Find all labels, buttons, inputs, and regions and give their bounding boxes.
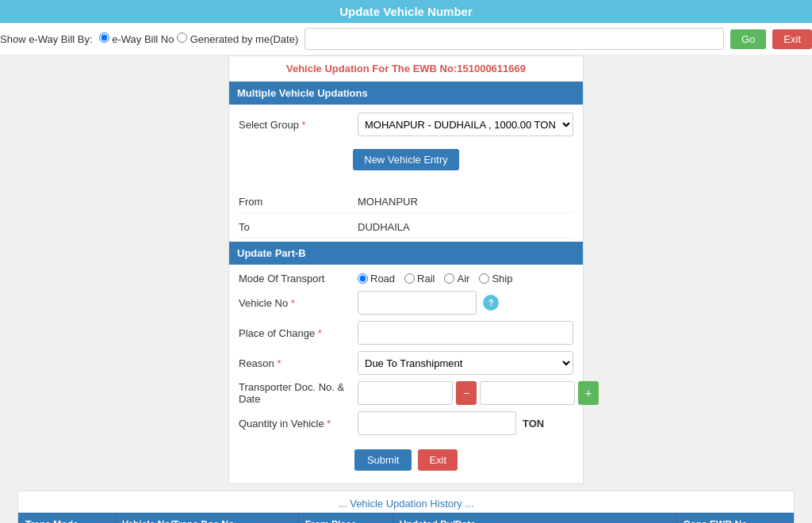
to-value: DUDHAILA (358, 221, 410, 233)
col-trans-mode: Trans Mode (19, 513, 116, 524)
reason-row: Reason * Due To Transhipment (239, 351, 573, 375)
eway-radio-group: e-Way Bill No Generated by me(Date) (99, 32, 299, 45)
vehicle-no-input[interactable]: UP56DF4545 (358, 291, 477, 315)
quantity-row: Quantity in Vehicle * 200 TON (239, 411, 573, 435)
vehicle-no-label: Vehicle No * (239, 297, 358, 309)
from-label: From (239, 196, 358, 208)
radio-generated-by-me[interactable] (177, 32, 187, 43)
transporter-doc-label: Transporter Doc. No. & Date (239, 381, 358, 405)
transporter-date-input[interactable]: 04/06/2018 (480, 381, 575, 405)
place-of-change-input[interactable]: MOHANPUR (358, 321, 573, 345)
radio-rail[interactable] (404, 273, 415, 284)
go-button[interactable]: Go (730, 29, 766, 49)
quantity-label: Quantity in Vehicle * (239, 418, 358, 429)
col-cons-ewb: Cons.EWB No. (676, 513, 793, 524)
mode-ship-option[interactable]: Ship (479, 273, 512, 284)
radio-eway-bill-no[interactable] (99, 32, 109, 43)
mode-transport-label: Mode Of Transport (239, 273, 358, 284)
transporter-doc-input-group: − 04/06/2018 + (358, 381, 599, 405)
place-of-change-label: Place of Change * (239, 327, 358, 339)
main-card: Vehicle Updation For The EWB No:15100061… (228, 55, 584, 484)
page-wrapper: Update Vehicle Number Show e-Way Bill By… (0, 0, 812, 523)
center-wrapper: Vehicle Updation For The EWB No:15100061… (0, 55, 812, 523)
history-table-header: Trans Mode Vehicle No/Trans Doc No From … (19, 513, 794, 524)
quantity-input-group: 200 TON (358, 411, 544, 435)
vehicle-history-section: ... Vehicle Updation History ... Trans M… (17, 491, 795, 523)
update-partb-header: Update Part-B (229, 242, 583, 265)
eway-bill-section: Show e-Way Bill By: e-Way Bill No Genera… (0, 23, 812, 55)
multiple-vehicle-header: Multiple Vehicle Updations (229, 82, 583, 105)
ton-label: TON (523, 418, 544, 429)
history-title: ... Vehicle Updation History ... (18, 491, 794, 513)
exit-button-form[interactable]: Exit (418, 449, 458, 471)
to-label: To (239, 221, 358, 233)
select-group-dropdown[interactable]: MOHANPUR - DUDHAILA , 1000.00 TON (358, 113, 573, 136)
from-to-section: From MOHANPUR To DUDHAILA (229, 191, 583, 239)
transporter-doc-row: Transporter Doc. No. & Date − 04/06/2018… (239, 381, 573, 405)
quantity-input[interactable]: 200 (358, 411, 516, 435)
col-from-place: From Place (298, 513, 393, 524)
history-table: Trans Mode Vehicle No/Trans Doc No From … (18, 513, 794, 523)
new-vehicle-entry-button[interactable]: New Vehicle Entry (353, 149, 459, 170)
place-of-change-row: Place of Change * MOHANPUR (239, 321, 573, 345)
page-title: Update Vehicle Number (0, 0, 812, 23)
radio-eway-label: e-Way Bill No (112, 33, 174, 45)
reason-label: Reason * (239, 357, 358, 369)
transporter-doc-input[interactable] (358, 381, 453, 405)
radio-air[interactable] (444, 273, 454, 284)
mode-transport-radios: Road Rail Air Ship (358, 273, 512, 284)
update-partb-section: Mode Of Transport Road Rail Air (229, 265, 583, 483)
from-value: MOHANPUR (358, 196, 418, 208)
plus-button[interactable]: + (578, 381, 599, 405)
from-row: From MOHANPUR (239, 191, 573, 213)
help-icon[interactable]: ? (483, 295, 499, 311)
mode-road-option[interactable]: Road (358, 273, 395, 284)
to-row: To DUDHAILA (239, 216, 573, 239)
select-group-label: Select Group * (239, 119, 358, 131)
radio-road[interactable] (358, 273, 368, 284)
radio-generated-label: Generated by me(Date) (190, 33, 299, 45)
action-buttons-row: Submit Exit (239, 441, 573, 475)
vehicle-no-input-group: UP56DF4545 ? (358, 291, 499, 315)
radio-ship[interactable] (479, 273, 489, 284)
col-updated-by-date: Updated By/Date (393, 513, 676, 524)
ewb-notice: Vehicle Updation For The EWB No:15100061… (229, 56, 583, 82)
submit-button[interactable]: Submit (354, 449, 412, 471)
reason-dropdown[interactable]: Due To Transhipment (358, 351, 573, 375)
minus-button[interactable]: − (456, 381, 477, 405)
mode-rail-option[interactable]: Rail (404, 273, 435, 284)
select-group-row: Select Group * MOHANPUR - DUDHAILA , 100… (239, 113, 573, 136)
mode-transport-row: Mode Of Transport Road Rail Air (239, 273, 573, 284)
vehicle-no-row: Vehicle No * UP56DF4545 ? (239, 291, 573, 315)
eway-bill-label: Show e-Way Bill By: (0, 33, 93, 45)
history-header-row: Trans Mode Vehicle No/Trans Doc No From … (19, 513, 794, 524)
exit-button-top[interactable]: Exit (772, 29, 812, 49)
mode-air-option[interactable]: Air (444, 273, 469, 284)
col-vehicle-trans-doc: Vehicle No/Trans Doc No (115, 513, 298, 524)
select-group-section: Select Group * MOHANPUR - DUDHAILA , 100… (229, 105, 583, 191)
eway-text-input[interactable] (304, 28, 724, 50)
